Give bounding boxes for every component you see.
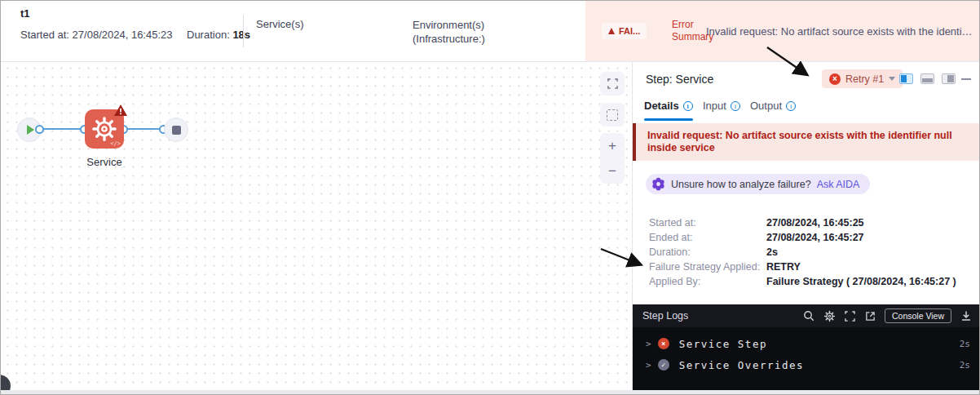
- layout-left-fill: [901, 75, 907, 82]
- console-view-button[interactable]: Console View: [885, 308, 951, 323]
- tab-details[interactable]: Details: [644, 100, 693, 112]
- environments-label: Environment(s) (Infrastructure:): [413, 18, 485, 46]
- log-fullscreen-button[interactable]: [844, 310, 856, 322]
- detail-value: RETRY: [766, 261, 801, 273]
- step-logs-header: Step Logs: [633, 304, 980, 327]
- log-open-external-button[interactable]: [864, 310, 876, 322]
- success-status-icon: [658, 359, 669, 371]
- gear-icon: [90, 115, 118, 143]
- layout-bottom-fill: [922, 78, 933, 82]
- log-row-service-step[interactable]: Service Step 2s: [633, 333, 980, 354]
- warning-triangle-icon: [608, 28, 615, 34]
- info-icon[interactable]: [683, 101, 693, 111]
- minimize-panel-button[interactable]: [961, 78, 971, 80]
- info-icon[interactable]: [731, 101, 740, 111]
- pipeline-execution-page: t1 Started at: 27/08/2024, 16:45:23 Dura…: [0, 0, 980, 395]
- canvas-zoom-controls: + −: [600, 133, 625, 184]
- step-details-panel: Step: Service Retry #1 Details Input Out…: [632, 62, 980, 392]
- failed-status-icon: [658, 338, 669, 349]
- error-summary-message: Invalid request: No artifact source exis…: [706, 25, 975, 38]
- aida-prompt-text: Unsure how to analyze failure?: [671, 179, 811, 190]
- aida-icon: [651, 177, 665, 191]
- layout-bottom-split-button[interactable]: [920, 73, 934, 84]
- header-error-section: FAI... Error Summary Invalid request: No…: [585, 1, 980, 61]
- log-settings-button[interactable]: [823, 310, 836, 322]
- layout-left-split-button[interactable]: [899, 73, 913, 84]
- retry-dropdown-button[interactable]: Retry #1: [822, 69, 903, 88]
- started-at: Started at: 27/08/2024, 16:45:23: [20, 29, 173, 41]
- detail-label: Failure Strategy Applied:: [649, 261, 760, 273]
- status-badge[interactable]: FAI...: [602, 23, 647, 39]
- marquee-select-icon: [607, 109, 618, 121]
- stop-icon: [172, 126, 181, 135]
- fullscreen-icon: [607, 78, 618, 89]
- download-icon: [960, 310, 972, 322]
- pipeline-name: t1: [20, 7, 30, 20]
- log-download-button[interactable]: [960, 310, 972, 322]
- header-divider: [243, 15, 244, 47]
- layout-right-split-button[interactable]: [942, 73, 956, 84]
- fullscreen-icon: [845, 311, 855, 322]
- external-link-icon: [865, 311, 876, 322]
- gear-icon: [823, 310, 836, 322]
- end-node[interactable]: [164, 118, 188, 142]
- detail-value: 27/08/2024, 16:45:25: [766, 217, 864, 229]
- log-duration: 2s: [960, 339, 970, 349]
- log-search-button[interactable]: [803, 310, 815, 322]
- step-logs-title: Step Logs: [642, 310, 688, 322]
- edge-start-to-service: [40, 128, 85, 130]
- search-icon: [803, 310, 814, 322]
- zoom-out-button[interactable]: −: [608, 164, 616, 178]
- expand-chevron-icon[interactable]: [646, 360, 651, 371]
- log-duration: 2s: [960, 360, 970, 371]
- execution-header: t1 Started at: 27/08/2024, 16:45:23 Dura…: [1, 1, 980, 62]
- play-icon: [27, 125, 34, 135]
- expand-chevron-icon[interactable]: [646, 339, 651, 349]
- log-row-service-overrides[interactable]: Service Overrides 2s: [633, 354, 980, 375]
- detail-value: Failure Strategy ( 27/08/2024, 16:45:27 …: [766, 276, 956, 287]
- layout-right-fill: [947, 75, 954, 82]
- edge-service-to-end: [124, 128, 164, 130]
- detail-label: Applied By:: [649, 276, 700, 287]
- detail-label: Started at:: [649, 217, 696, 229]
- window-edge: [1, 390, 980, 394]
- detail-label: Ended at:: [649, 232, 693, 243]
- detail-value: 27/08/2024, 16:45:27: [766, 232, 864, 243]
- tab-input[interactable]: Input: [703, 100, 740, 112]
- ask-aida-link[interactable]: Ask AIDA: [817, 179, 860, 190]
- detail-label: Duration:: [649, 246, 691, 258]
- info-icon[interactable]: [786, 101, 796, 111]
- zoom-in-button[interactable]: +: [608, 139, 616, 153]
- failure-warning-icon: [113, 104, 128, 117]
- canvas-fullscreen-button[interactable]: [600, 72, 625, 95]
- active-tab-indicator: [644, 118, 693, 121]
- step-logs-console: Step Logs: [633, 304, 980, 392]
- service-step-node[interactable]: [85, 109, 124, 149]
- step-error-banner: Invalid request: No artifact source exis…: [633, 123, 980, 161]
- chevron-down-icon: [889, 77, 895, 81]
- pipeline-canvas[interactable]: Service + −: [1, 62, 631, 392]
- detail-value: 2s: [766, 246, 778, 258]
- tab-output[interactable]: Output: [750, 100, 796, 112]
- failed-status-icon: [829, 73, 841, 85]
- duration: Duration: 18s: [187, 29, 250, 41]
- canvas-select-button[interactable]: [600, 103, 625, 126]
- services-label: Service(s): [256, 18, 304, 30]
- step-panel-title: Step: Service: [646, 73, 713, 86]
- service-node-label: Service: [76, 156, 133, 168]
- aida-suggestion-pill: Unsure how to analyze failure? Ask AIDA: [646, 174, 870, 194]
- connector-dot: [35, 125, 44, 134]
